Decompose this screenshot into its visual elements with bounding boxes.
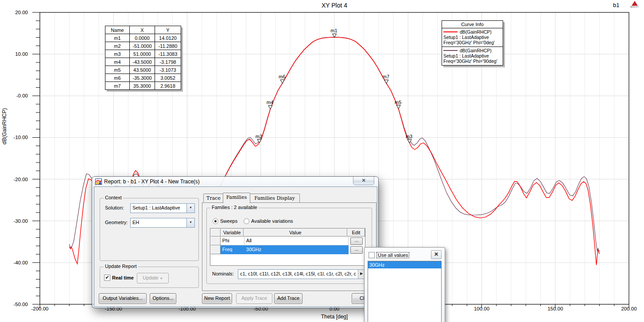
popup-close-button[interactable]: ✕ — [431, 250, 442, 259]
legend-line-sample — [443, 31, 458, 32]
marker-table-cell: 2.9618 — [155, 82, 181, 90]
edit-cell: ... — [349, 237, 365, 245]
legend-series-detail: Freq='30GHz' Phi='0deg' — [443, 40, 501, 45]
marker-table-row: m351.0000-11.3083 — [105, 50, 181, 58]
marker-table-cell: m6 — [105, 74, 130, 82]
options-button[interactable]: Options... — [150, 293, 176, 304]
marker-table-cell: m4 — [105, 58, 130, 66]
sweep-variable: Freq — [221, 245, 244, 254]
update-button[interactable]: Update ▼ — [137, 273, 169, 283]
marker-table-cell: m3 — [105, 50, 130, 58]
marker-table-cell: m5 — [105, 66, 130, 74]
legend-series-detail: Setup1 : LastAdaptive — [443, 35, 501, 40]
marker-table-row: m4-43.5000-3.1798 — [105, 58, 181, 66]
solution-value: Setup1 : LastAdaptive — [132, 205, 180, 210]
new-report-button[interactable]: New Report — [202, 293, 232, 304]
row-selector-header — [210, 229, 221, 237]
sweeps-radio[interactable] — [213, 218, 218, 224]
report-dialog: Report: b - b1 - XY Plot 4 - New Trace(s… — [92, 177, 378, 308]
y-tick-label: -40.00 — [13, 260, 28, 265]
tab-families[interactable]: Families — [223, 193, 250, 203]
geometry-label: Geometry: — [105, 220, 128, 225]
column-header-edit: Edit — [347, 229, 365, 237]
x-tick-label: -200.00 — [31, 306, 48, 311]
add-trace-button[interactable]: Add Trace — [274, 293, 303, 304]
legend-series-name: dB(GainRHCP) — [460, 48, 492, 53]
marker-table-row: m2-51.0000-11.2880 — [105, 42, 181, 50]
x-tick-label: 150.00 — [547, 306, 563, 311]
marker-m1[interactable] — [333, 34, 337, 37]
value-list-popup: Use all values ✕ 30GHz — [364, 247, 445, 322]
marker-table-cell: -3.1073 — [155, 66, 181, 74]
row-selector[interactable] — [210, 237, 221, 245]
marker-label-m6: m6 — [279, 74, 285, 79]
y-tick-label: -50.00 — [13, 302, 28, 307]
chevron-down-icon[interactable]: ▼ — [186, 204, 194, 213]
marker-table-cell: 3.0052 — [155, 74, 181, 82]
marker-table-row: m6-35.30003.0052 — [105, 74, 181, 82]
close-icon: ✕ — [434, 251, 438, 257]
plot-ref-label: b1 — [613, 2, 619, 8]
marker-m6[interactable] — [280, 80, 284, 83]
dialog-title: Report: b - b1 - XY Plot 4 - New Trace(s… — [104, 178, 200, 185]
available-variations-radio[interactable] — [244, 218, 249, 224]
marker-table-row: m10.000014.0120 — [105, 34, 181, 42]
sweeps-radio-label[interactable]: Sweeps — [220, 218, 237, 224]
sweeps-table-header: Variable Value Edit — [210, 229, 365, 237]
nominals-field[interactable]: c1, c10l, c11l, c12l, c13l, c14l, c15l, … — [238, 269, 365, 279]
value-listbox[interactable]: 30GHz — [368, 261, 442, 322]
ansoft-logo-icon — [632, 1, 638, 6]
y-tick-label: -30.00 — [13, 218, 28, 224]
marker-label-m7: m7 — [383, 74, 389, 79]
marker-table-cell: 51.0000 — [130, 50, 155, 58]
chevron-down-icon[interactable]: ▼ — [186, 218, 194, 227]
use-all-values-checkbox[interactable] — [369, 252, 375, 258]
apply-trace-button[interactable]: Apply Trace — [236, 293, 272, 304]
close-icon: ✕ — [361, 178, 365, 183]
solution-label: Solution: — [105, 205, 124, 210]
marker-m4[interactable] — [268, 105, 272, 109]
realtime-checkbox[interactable]: ✔ — [104, 275, 110, 281]
geometry-value: EH — [132, 220, 139, 225]
tab-trace[interactable]: Trace — [203, 194, 224, 203]
output-variables-button[interactable]: Output Variables... — [99, 293, 147, 304]
edit-cell: ... — [349, 245, 365, 254]
marker-m7[interactable] — [384, 80, 388, 83]
marker-table-cell: 0.0000 — [130, 34, 155, 42]
available-variations-label[interactable]: Available variations — [251, 218, 293, 224]
sweep-row-freq[interactable]: Freq30GHz... — [210, 245, 365, 254]
sweep-variable: Phi — [221, 237, 244, 245]
value-list-item[interactable]: 30GHz — [368, 261, 441, 268]
marker-col-name: Name — [105, 26, 130, 34]
marker-col-x: X — [130, 26, 155, 34]
tab-families-display[interactable]: Families Display — [249, 194, 300, 203]
marker-table-header: NameXY — [105, 26, 181, 34]
marker-table-cell: -11.2880 — [155, 42, 181, 50]
curve-info-legend: Curve Info dB(GainRHCP)Setup1 : LastAdap… — [442, 20, 503, 66]
marker-label-m5: m5 — [395, 100, 401, 105]
y-tick-label: -20.00 — [13, 177, 28, 182]
dialog-titlebar[interactable]: Report: b - b1 - XY Plot 4 - New Trace(s… — [92, 177, 378, 186]
chevron-down-icon: ▼ — [160, 277, 163, 280]
sweep-value: 30GHz — [244, 245, 349, 254]
use-all-values-label[interactable]: Use all values — [376, 252, 409, 258]
marker-label-m2: m2 — [256, 134, 262, 139]
solution-combobox[interactable]: Setup1 : LastAdaptive ▼ — [130, 203, 195, 213]
legend-line-sample — [443, 50, 458, 51]
chart-title: XY Plot 4 — [322, 2, 347, 9]
row-selector[interactable] — [210, 245, 221, 254]
y-tick-label: 20.00 — [15, 10, 28, 15]
geometry-combobox[interactable]: EH ▼ — [130, 218, 195, 228]
sweep-row-phi[interactable]: PhiAll... — [210, 237, 365, 245]
legend-entry: dB(GainRHCP)Setup1 : LastAdaptiveFreq='3… — [442, 47, 503, 65]
y-axis-title: dB(GainRHCP) — [1, 108, 8, 144]
marker-table-cell: m7 — [105, 82, 130, 90]
ansoft-logo: ANSOFT — [627, 1, 642, 9]
edit-ellipsis-button[interactable]: ... — [350, 237, 363, 245]
dialog-close-button[interactable]: ✕ — [353, 177, 374, 185]
marker-m5[interactable] — [396, 105, 400, 109]
marker-label-m3: m3 — [406, 134, 412, 139]
scroll-right-icon[interactable]: ▶ — [358, 270, 365, 279]
edit-ellipsis-button[interactable]: ... — [350, 246, 363, 254]
marker-table-cell: -11.3083 — [155, 50, 181, 58]
